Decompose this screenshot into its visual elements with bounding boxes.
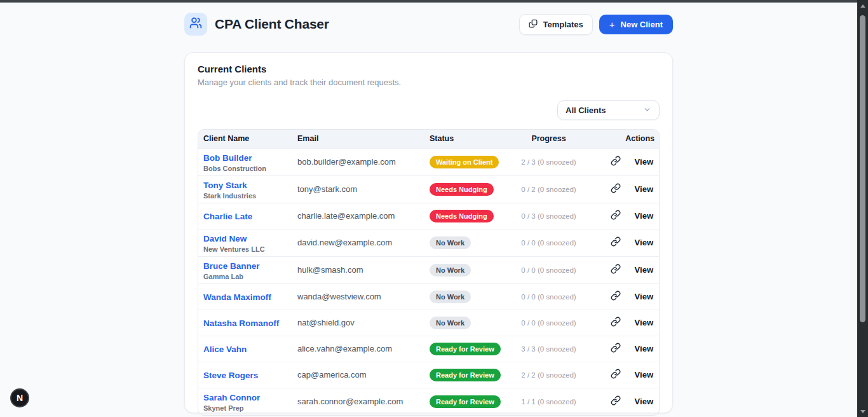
client-email: alice.vahn@example.com xyxy=(292,336,424,362)
client-name-link[interactable]: Sarah Connor xyxy=(203,393,260,402)
progress-text: 0 / 0 (0 snoozed) xyxy=(503,229,595,256)
status-cell: Waiting on Client xyxy=(424,148,503,175)
client-filter-select[interactable]: All Clients xyxy=(557,100,660,120)
client-name-link[interactable]: Tony Stark xyxy=(203,181,247,190)
client-email: david.new@example.com xyxy=(292,229,424,256)
link-icon xyxy=(611,291,621,303)
client-name-link[interactable]: Bruce Banner xyxy=(203,261,260,271)
table-row: Bruce Banner Gamma Lab hulk@smash.com No… xyxy=(198,256,660,284)
client-name-cell: Wanda Maximoff xyxy=(198,284,292,310)
link-icon xyxy=(611,183,621,195)
scrollbar-up-arrow[interactable] xyxy=(857,1,868,10)
window-top-strip xyxy=(0,0,868,3)
status-cell: Needs Nudging xyxy=(424,203,503,229)
client-name-link[interactable]: Steve Rogers xyxy=(203,371,258,380)
view-button[interactable]: View xyxy=(635,292,653,301)
view-button[interactable]: View xyxy=(635,397,653,406)
card-title: Current Clients xyxy=(198,64,660,74)
view-button[interactable]: View xyxy=(635,318,653,327)
client-company: Skynet Prep xyxy=(203,404,287,412)
copy-link-button[interactable] xyxy=(611,210,621,222)
status-cell: Ready for Review xyxy=(424,362,503,388)
client-name-cell: Bruce Banner Gamma Lab xyxy=(198,256,292,284)
copy-link-button[interactable] xyxy=(611,395,621,407)
link-icon xyxy=(611,395,621,407)
copy-link-button[interactable] xyxy=(611,317,621,329)
client-name-link[interactable]: Charlie Late xyxy=(203,212,252,221)
copy-link-button[interactable] xyxy=(611,264,621,276)
chevron-down-icon xyxy=(643,106,651,116)
new-client-button-label: New Client xyxy=(621,20,663,29)
status-badge: Needs Nudging xyxy=(430,183,494,196)
progress-text: 3 / 3 (0 snoozed) xyxy=(503,336,595,362)
table-body: Bob Builder Bobs Construction bob.builde… xyxy=(198,148,660,415)
client-name-link[interactable]: Alice Vahn xyxy=(203,345,247,354)
copy-link-button[interactable] xyxy=(611,236,621,249)
status-badge: No Work xyxy=(430,264,471,277)
copy-icon xyxy=(529,19,538,30)
scrollbar[interactable] xyxy=(857,0,868,417)
table-row: Bob Builder Bobs Construction bob.builde… xyxy=(198,148,660,175)
actions-cell: View xyxy=(595,175,660,203)
client-name-cell: Alice Vahn xyxy=(198,336,292,362)
nextjs-dev-badge[interactable]: N xyxy=(10,388,29,407)
page-title: CPA Client Chaser xyxy=(215,17,329,32)
client-company: New Ventures LLC xyxy=(203,245,287,253)
client-name-link[interactable]: Bob Builder xyxy=(203,153,252,163)
column-header-email: Email xyxy=(292,130,424,148)
users-icon xyxy=(189,17,202,32)
view-button[interactable]: View xyxy=(635,184,653,194)
scrollbar-thumb[interactable] xyxy=(860,15,865,322)
status-badge: Needs Nudging xyxy=(430,210,494,222)
copy-link-button[interactable] xyxy=(611,156,621,168)
copy-link-button[interactable] xyxy=(611,369,621,381)
copy-link-button[interactable] xyxy=(611,183,621,195)
status-badge: Ready for Review xyxy=(430,395,501,408)
progress-text: 1 / 1 (0 snoozed) xyxy=(503,388,595,415)
view-button[interactable]: View xyxy=(635,238,653,247)
column-header-actions: Actions xyxy=(595,130,660,148)
client-name-cell: Charlie Late xyxy=(198,203,292,229)
card-subtitle: Manage your clients and track their docu… xyxy=(198,78,660,87)
client-name-link[interactable]: Natasha Romanoff xyxy=(203,318,279,328)
view-button[interactable]: View xyxy=(635,265,653,275)
status-badge: No Work xyxy=(430,291,471,303)
header-actions: Templates + New Client xyxy=(519,14,673,35)
status-badge: No Work xyxy=(430,236,471,249)
view-button[interactable]: View xyxy=(635,157,653,167)
title-group: CPA Client Chaser xyxy=(184,13,329,36)
client-name-cell: Tony Stark Stark Industries xyxy=(198,175,292,203)
view-button[interactable]: View xyxy=(635,344,653,353)
table-row: Charlie Late charlie.late@example.com Ne… xyxy=(198,203,660,229)
copy-link-button[interactable] xyxy=(611,343,621,355)
link-icon xyxy=(611,156,621,168)
scrollbar-down-arrow[interactable] xyxy=(857,407,868,416)
view-button[interactable]: View xyxy=(635,370,653,379)
client-name-cell: Sarah Connor Skynet Prep xyxy=(198,388,292,415)
filter-row: All Clients xyxy=(198,100,660,120)
new-client-button[interactable]: + New Client xyxy=(599,15,673,34)
client-name-cell: Steve Rogers xyxy=(198,362,292,388)
client-email: cap@america.com xyxy=(292,362,424,388)
actions-cell: View xyxy=(595,256,660,284)
view-button[interactable]: View xyxy=(635,211,653,221)
templates-button[interactable]: Templates xyxy=(519,14,592,35)
link-icon xyxy=(611,343,621,355)
progress-text: 2 / 2 (0 snoozed) xyxy=(503,362,595,388)
status-cell: Ready for Review xyxy=(424,336,503,362)
client-name-link[interactable]: David New xyxy=(203,234,247,243)
column-header-status: Status xyxy=(424,130,503,148)
status-cell: No Work xyxy=(424,256,503,284)
table-row: Steve Rogers cap@america.com Ready for R… xyxy=(198,362,660,388)
table-row: Natasha Romanoff nat@shield.gov No Work … xyxy=(198,310,660,336)
copy-link-button[interactable] xyxy=(611,291,621,303)
status-cell: Ready for Review xyxy=(424,388,503,415)
status-cell: Needs Nudging xyxy=(424,175,503,203)
progress-text: 0 / 0 (0 snoozed) xyxy=(503,256,595,284)
current-clients-card: Current Clients Manage your clients and … xyxy=(184,52,673,413)
client-name-link[interactable]: Wanda Maximoff xyxy=(203,292,271,302)
link-icon xyxy=(611,210,621,222)
progress-text: 0 / 0 (0 snoozed) xyxy=(503,284,595,310)
actions-cell: View xyxy=(595,148,660,175)
client-name-cell: David New New Ventures LLC xyxy=(198,229,292,256)
